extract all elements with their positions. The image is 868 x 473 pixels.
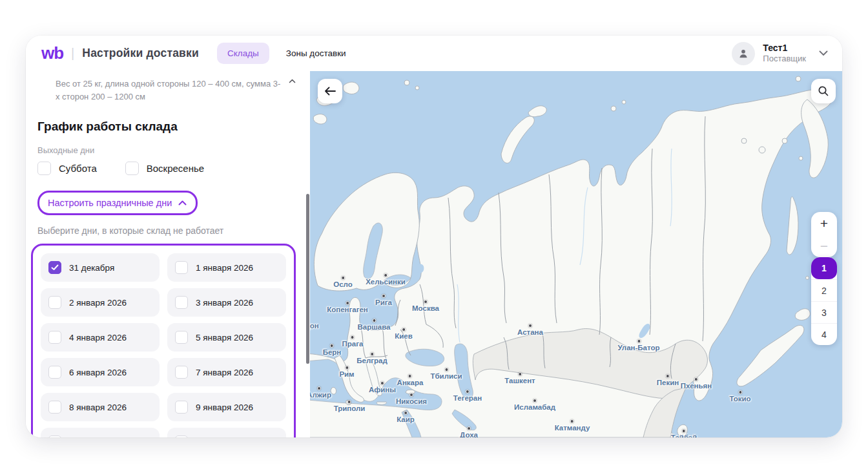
user-menu[interactable]: Тест1 Поставщик: [732, 42, 828, 65]
checkbox[interactable]: [175, 261, 188, 274]
chevron-down-icon[interactable]: [819, 50, 828, 56]
zoom-in-button[interactable]: +: [811, 212, 837, 235]
holiday-day-checkbox[interactable]: 31 декабря: [41, 253, 160, 282]
checkbox-label: 8 января 2026: [69, 403, 127, 412]
checkbox[interactable]: [48, 296, 61, 309]
checkbox-label: 5 января 2026: [196, 333, 253, 342]
checkbox[interactable]: [48, 436, 61, 437]
holiday-day-checkbox[interactable]: 1 января 2026: [167, 253, 286, 282]
holiday-day-checkbox[interactable]: 3 января 2026: [167, 288, 286, 317]
map-svg: [310, 71, 842, 437]
checkbox[interactable]: [48, 366, 61, 379]
schedule-title: График работы склада: [37, 120, 297, 134]
configure-holidays-button[interactable]: Настроить праздничные дни: [37, 191, 198, 215]
checkbox-label: 6 января 2026: [69, 368, 127, 377]
app-window: wb | Настройки доставки Склады Зоны дост…: [26, 36, 842, 437]
checkbox-label: Суббота: [59, 163, 97, 174]
map-page-button-3[interactable]: 3: [811, 301, 837, 323]
checkbox[interactable]: [175, 331, 188, 344]
weekend-checkbox[interactable]: Воскресенье: [125, 162, 204, 175]
weekend-checkbox[interactable]: Суббота: [37, 162, 97, 175]
panel-scrollbar[interactable]: [306, 194, 309, 364]
checkbox[interactable]: [175, 296, 188, 309]
holiday-days-list: 31 декабря1 января 20262 января 20263 ян…: [31, 244, 296, 437]
checkbox[interactable]: [48, 331, 61, 344]
checkbox-label: 31 декабря: [69, 263, 114, 273]
page-title: Настройки доставки: [82, 47, 199, 60]
holiday-day-checkbox[interactable]: 11 января 2026: [167, 428, 286, 437]
checkbox[interactable]: [37, 162, 51, 175]
holiday-day-checkbox[interactable]: 9 января 2026: [167, 393, 286, 421]
checkbox-label: 11 января 2026: [196, 437, 258, 438]
configure-holidays-label: Настроить праздничные дни: [48, 198, 172, 208]
header: wb | Настройки доставки Склады Зоны дост…: [26, 36, 842, 71]
holiday-day-checkbox[interactable]: 7 января 2026: [167, 358, 286, 386]
checkbox[interactable]: [175, 366, 188, 379]
map-page-button-4[interactable]: 4: [811, 323, 837, 345]
weekend-label: Выходные дни: [37, 145, 297, 155]
checkbox[interactable]: [175, 436, 188, 437]
map-canvas[interactable]: ЛондонОслоХельсинкиРигаКопенгагенМоскваВ…: [310, 71, 842, 437]
user-name: Тест1: [763, 43, 806, 54]
weekend-checkboxes: СубботаВоскресенье: [37, 162, 297, 175]
checkbox[interactable]: [125, 162, 139, 175]
checkbox-label: Воскресенье: [147, 163, 204, 174]
user-role: Поставщик: [763, 54, 806, 64]
checkbox-label: 4 января 2026: [69, 333, 127, 342]
wb-logo: wb: [41, 43, 63, 63]
checkbox-label: 10 января 2026: [69, 437, 132, 438]
holiday-day-checkbox[interactable]: 10 января 2026: [41, 428, 160, 437]
logo-divider: |: [71, 46, 74, 61]
map-search-button[interactable]: [811, 79, 836, 103]
search-icon: [818, 85, 829, 97]
checkbox[interactable]: [48, 401, 61, 414]
holiday-day-checkbox[interactable]: 2 января 2026: [41, 288, 160, 317]
checkbox-label: 3 января 2026: [196, 298, 253, 308]
checkbox-label: 9 января 2026: [196, 403, 253, 412]
zoom-out-button[interactable]: −: [811, 235, 837, 257]
checkbox-label: 1 января 2026: [196, 263, 253, 273]
checkbox-checked[interactable]: [48, 261, 61, 274]
tab-delivery-zones[interactable]: Зоны доставки: [276, 43, 356, 64]
holiday-day-checkbox[interactable]: 8 января 2026: [41, 393, 160, 421]
tab-sklady[interactable]: Склады: [217, 43, 269, 64]
holidays-hint: Выберите дни, в которые склад не работае…: [37, 226, 297, 236]
checkbox-label: 7 января 2026: [196, 368, 253, 377]
avatar: [732, 42, 755, 65]
map-zoom-control: + −: [811, 212, 837, 257]
holiday-day-checkbox[interactable]: 6 января 2026: [41, 358, 160, 386]
collapse-chevron-up-icon[interactable]: [289, 79, 296, 83]
checkbox[interactable]: [175, 401, 188, 414]
warehouse-settings-panel: Вес от 25 кг, длина одной стороны 120 – …: [26, 71, 310, 437]
person-icon: [738, 48, 749, 59]
dimensions-note: Вес от 25 кг, длина одной стороны 120 – …: [37, 75, 297, 103]
header-tabs: Склады Зоны доставки: [217, 43, 356, 64]
map-back-button[interactable]: [318, 79, 342, 103]
arrow-left-icon: [324, 86, 336, 96]
holiday-day-checkbox[interactable]: 4 января 2026: [41, 323, 160, 352]
checkbox-label: 2 января 2026: [69, 298, 127, 308]
map-page-button-2[interactable]: 2: [811, 279, 837, 301]
map-page-button-1[interactable]: 1: [811, 257, 837, 279]
user-info: Тест1 Поставщик: [763, 43, 806, 65]
map-page-selector: 1234: [811, 257, 837, 345]
chevron-up-icon: [178, 200, 187, 205]
holiday-day-checkbox[interactable]: 5 января 2026: [167, 323, 286, 352]
